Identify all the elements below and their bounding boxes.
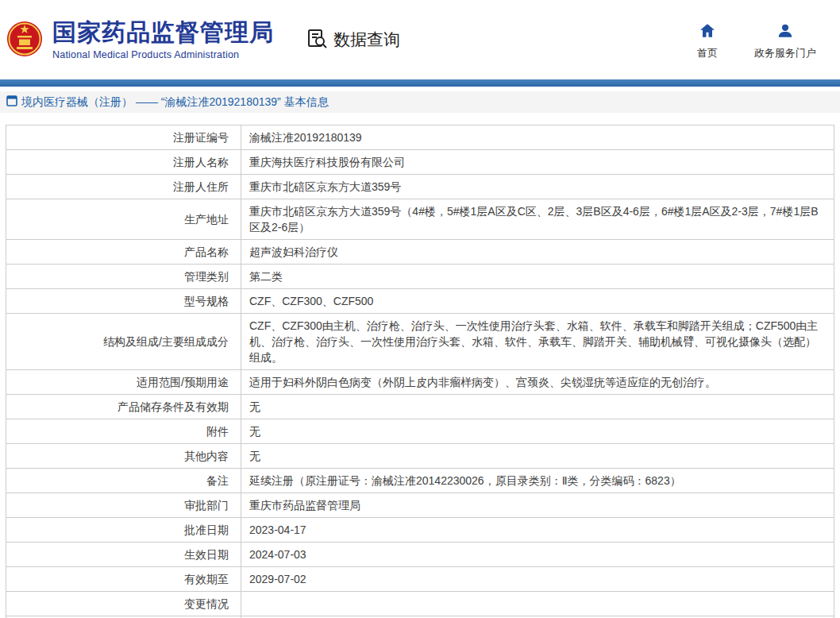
table-row: 产品名称 超声波妇科治疗仪 (6, 240, 834, 265)
row-label: 变更情况 (6, 592, 241, 616)
nav-home-label: 首页 (697, 46, 718, 60)
row-label: 有效期至 (6, 567, 241, 592)
table-row: 注册证编号 渝械注准20192180139 (6, 126, 834, 150)
row-label: 注册人住所 (6, 175, 241, 199)
site-title-en: National Medical Products Administration (52, 49, 274, 60)
row-label: 生产地址 (6, 199, 241, 240)
info-table-body: 注册证编号 渝械注准20192180139 注册人名称 重庆海扶医疗科技股份有限… (6, 126, 834, 618)
row-label: 产品名称 (6, 240, 241, 265)
row-value: 延续注册（原注册证号：渝械注准20142230026，原目录类别：Ⅱ类，分类编码… (241, 469, 834, 493)
table-row: 有效期至 2029-07-02 (6, 567, 834, 592)
row-value: 重庆市北碚区京东方大道359号 (241, 175, 834, 199)
row-value: 2023-04-17 (241, 518, 834, 543)
table-row: 生效日期 2024-07-03 (6, 543, 834, 567)
table-row: 产品储存条件及有效期 无 (6, 395, 834, 419)
row-value: 超声波妇科治疗仪 (241, 240, 834, 265)
data-query-label: 数据查询 (333, 29, 400, 51)
table-row: 结构及组成/主要组成成分 CZF、CZF300由主机、治疗枪、治疗头、一次性使用… (6, 314, 834, 370)
row-value: CZF、CZF300、CZF500 (241, 289, 834, 314)
breadcrumb: 境内医疗器械（注册） —— “渝械注准20192180139” 基本信息 (0, 91, 840, 113)
row-label: 批准日期 (6, 518, 241, 543)
site-header: 国家药品监督管理局 National Medical Products Admi… (0, 0, 840, 79)
table-row: 审批部门 重庆市药品监督管理局 (6, 493, 834, 518)
row-label: 备注 (6, 469, 241, 493)
row-value: 2029-07-02 (241, 567, 834, 592)
row-label: 生效日期 (6, 543, 241, 567)
row-value: CZF、CZF300由主机、治疗枪、治疗头、一次性使用治疗头套、水箱、软件、承载… (241, 314, 834, 370)
home-icon (700, 24, 715, 41)
table-row: 型号规格 CZF、CZF300、CZF500 (6, 289, 834, 314)
row-label: 适用范围/预期用途 (6, 370, 241, 395)
user-icon (778, 24, 792, 41)
row-value: 无 (241, 395, 834, 419)
row-label: 管理类别 (6, 265, 241, 289)
table-row: 变更情况 (6, 592, 834, 616)
row-value: 重庆海扶医疗科技股份有限公司 (241, 150, 834, 175)
table-row: 生产地址 重庆市北碚区京东方大道359号（4#楼，5#楼1层A区及C区、2层、3… (6, 199, 834, 240)
row-value (241, 592, 834, 616)
table-row: 管理类别 第二类 (6, 265, 834, 289)
info-table: 注册证编号 渝械注准20192180139 注册人名称 重庆海扶医疗科技股份有限… (6, 125, 834, 618)
registry-document-icon (6, 95, 17, 110)
row-value: 重庆市北碚区京东方大道359号（4#楼，5#楼1层A区及C区、2层、3层B区及4… (241, 199, 834, 240)
table-row: 附件 无 (6, 419, 834, 444)
row-value: 重庆市药品监督管理局 (241, 493, 834, 518)
row-value: 无 (241, 444, 834, 469)
table-row: 注册人名称 重庆海扶医疗科技股份有限公司 (6, 150, 834, 175)
row-value: 无 (241, 419, 834, 444)
row-value: 第二类 (241, 265, 834, 289)
row-label: 附件 (6, 419, 241, 444)
site-logo-title[interactable]: 国家药品监督管理局 National Medical Products Admi… (6, 14, 274, 65)
header-right-nav: 首页 政务服务门户 (697, 19, 816, 60)
site-titles: 国家药品监督管理局 National Medical Products Admi… (52, 19, 274, 60)
page: 国家药品监督管理局 National Medical Products Admi… (0, 0, 840, 618)
row-value: 2024-07-03 (241, 543, 834, 567)
table-row: 备注 延续注册（原注册证号：渝械注准20142230026，原目录类别：Ⅱ类，分… (6, 469, 834, 493)
row-label: 结构及组成/主要组成成分 (6, 314, 241, 370)
data-query-icon (307, 28, 328, 52)
table-row: 批准日期 2023-04-17 (6, 518, 834, 543)
nav-data-query[interactable]: 数据查询 (307, 28, 400, 52)
row-label: 审批部门 (6, 493, 241, 518)
national-emblem-logo (6, 16, 43, 65)
table-row: 其他内容 无 (6, 444, 834, 469)
site-title-cn: 国家药品监督管理局 (52, 19, 274, 46)
breadcrumb-text: 境内医疗器械（注册） —— “渝械注准20192180139” 基本信息 (21, 95, 329, 110)
nav-home[interactable]: 首页 (697, 24, 718, 60)
row-label: 产品储存条件及有效期 (6, 395, 241, 419)
table-row: 注册人住所 重庆市北碚区京东方大道359号 (6, 175, 834, 199)
nav-portal[interactable]: 政务服务门户 (754, 24, 816, 60)
row-label: 型号规格 (6, 289, 241, 314)
nav-portal-label: 政务服务门户 (754, 46, 816, 60)
table-row: 适用范围/预期用途 适用于妇科外阴白色病变（外阴上皮内非瘤样病变）、宫颈炎、尖锐… (6, 370, 834, 395)
row-value: 适用于妇科外阴白色病变（外阴上皮内非瘤样病变）、宫颈炎、尖锐湿疣等适应症的无创治… (241, 370, 834, 395)
header-divider-bar (0, 79, 840, 87)
row-label: 其他内容 (6, 444, 241, 469)
row-value: 渝械注准20192180139 (241, 126, 834, 150)
row-label: 注册证编号 (6, 126, 241, 150)
row-label: 注册人名称 (6, 150, 241, 175)
